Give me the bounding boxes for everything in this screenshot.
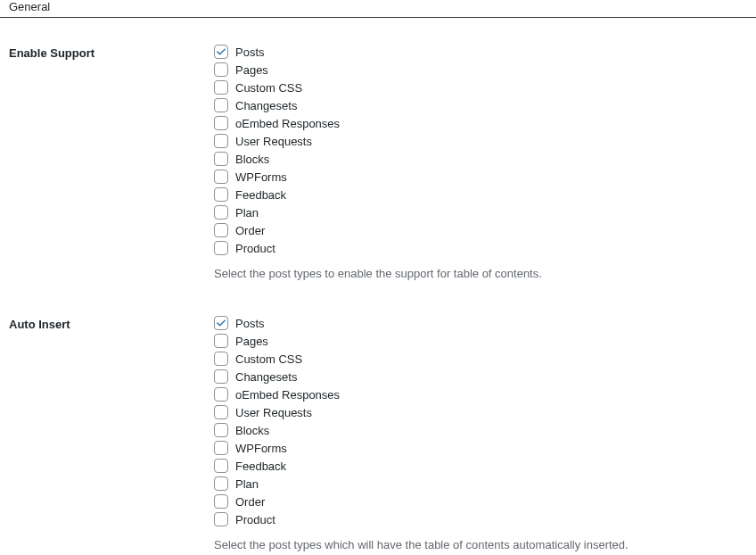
checkbox-row: Order bbox=[214, 221, 747, 239]
section-header: General bbox=[0, 0, 756, 18]
checkbox-row: Custom CSS bbox=[214, 350, 747, 368]
checkbox[interactable] bbox=[214, 152, 228, 166]
checkbox-label[interactable]: Plan bbox=[235, 206, 259, 220]
description: Select the post types to enable the supp… bbox=[214, 266, 747, 282]
checkbox-row: Plan bbox=[214, 203, 747, 221]
checkbox[interactable] bbox=[214, 387, 228, 402]
checkbox-label[interactable]: Changesets bbox=[235, 370, 297, 384]
checkbox-row: Changesets bbox=[214, 368, 747, 385]
checkbox[interactable] bbox=[214, 134, 228, 148]
checkbox[interactable] bbox=[214, 494, 228, 509]
row-field-enable-support: PostsPagesCustom CSSChangesetsoEmbed Res… bbox=[205, 37, 756, 309]
checkbox-row: WPForms bbox=[214, 168, 747, 186]
checkbox-row: Custom CSS bbox=[214, 79, 747, 96]
checkbox[interactable] bbox=[214, 369, 228, 384]
checkbox-row: Posts bbox=[214, 314, 747, 332]
checkbox-label[interactable]: Product bbox=[235, 513, 275, 526]
checkbox-label[interactable]: WPForms bbox=[235, 442, 287, 455]
checkbox-label[interactable]: WPForms bbox=[235, 170, 287, 184]
row-field-auto-insert: PostsPagesCustom CSSChangesetsoEmbed Res… bbox=[205, 309, 756, 555]
checkbox-row: Changesets bbox=[214, 96, 747, 114]
checkbox-row: WPForms bbox=[214, 439, 747, 457]
checkbox-row: oEmbed Responses bbox=[214, 385, 747, 403]
checkbox[interactable] bbox=[214, 45, 228, 59]
checkbox[interactable] bbox=[214, 98, 228, 112]
checkbox-label[interactable]: Custom CSS bbox=[235, 352, 302, 366]
checkbox-label[interactable]: Order bbox=[235, 495, 265, 509]
row-label-enable-support: Enable Support bbox=[0, 37, 205, 309]
description: Select the post types which will have th… bbox=[214, 537, 747, 553]
checkbox-label[interactable]: Plan bbox=[235, 477, 259, 491]
checkbox-label[interactable]: Order bbox=[235, 224, 265, 237]
checkbox[interactable] bbox=[214, 405, 228, 419]
checkbox[interactable] bbox=[214, 441, 228, 455]
checkbox-row: Blocks bbox=[214, 150, 747, 168]
checkbox-label[interactable]: User Requests bbox=[235, 406, 312, 419]
row-label-auto-insert: Auto Insert bbox=[0, 309, 205, 555]
checkbox[interactable] bbox=[214, 205, 228, 220]
checkbox[interactable] bbox=[214, 223, 228, 237]
checkbox-row: Product bbox=[214, 510, 747, 528]
checkbox[interactable] bbox=[214, 116, 228, 130]
checkbox[interactable] bbox=[214, 334, 228, 348]
checkbox[interactable] bbox=[214, 62, 228, 77]
checkbox-label[interactable]: User Requests bbox=[235, 135, 312, 148]
checkbox-label[interactable]: Pages bbox=[235, 335, 268, 348]
checkbox-label[interactable]: Blocks bbox=[235, 153, 269, 166]
checkbox[interactable] bbox=[214, 352, 228, 366]
checkbox-label[interactable]: oEmbed Responses bbox=[235, 388, 340, 402]
checkbox-row: Blocks bbox=[214, 421, 747, 439]
checkbox-label[interactable]: Posts bbox=[235, 317, 265, 330]
settings-row-auto-insert: Auto InsertPostsPagesCustom CSSChangeset… bbox=[0, 309, 756, 555]
checkbox-row: Order bbox=[214, 493, 747, 510]
checkbox-label[interactable]: Custom CSS bbox=[235, 81, 302, 95]
checkbox-row: Pages bbox=[214, 332, 747, 350]
checkbox[interactable] bbox=[214, 170, 228, 184]
checkbox-row: Product bbox=[214, 239, 747, 257]
checkbox-label[interactable]: Feedback bbox=[235, 460, 286, 473]
checkbox-label[interactable]: Posts bbox=[235, 46, 265, 59]
checkbox-row: User Requests bbox=[214, 403, 747, 421]
checkbox-label[interactable]: Product bbox=[235, 242, 275, 255]
checkbox[interactable] bbox=[214, 512, 228, 526]
checkbox-label[interactable]: Pages bbox=[235, 63, 268, 77]
checkbox-label[interactable]: oEmbed Responses bbox=[235, 117, 340, 130]
checkbox[interactable] bbox=[214, 241, 228, 255]
checkbox-row: Posts bbox=[214, 43, 747, 61]
checkbox[interactable] bbox=[214, 476, 228, 491]
checkbox[interactable] bbox=[214, 80, 228, 95]
checkbox-label[interactable]: Feedback bbox=[235, 188, 286, 202]
checkbox-row: Plan bbox=[214, 475, 747, 493]
settings-table: Enable SupportPostsPagesCustom CSSChange… bbox=[0, 37, 756, 555]
checkbox[interactable] bbox=[214, 459, 228, 473]
checkbox-row: Feedback bbox=[214, 186, 747, 203]
checkbox-row: User Requests bbox=[214, 132, 747, 150]
checkbox-row: Pages bbox=[214, 61, 747, 79]
checkbox[interactable] bbox=[214, 316, 228, 330]
checkbox-label[interactable]: Blocks bbox=[235, 424, 269, 437]
checkbox[interactable] bbox=[214, 187, 228, 202]
checkbox[interactable] bbox=[214, 423, 228, 437]
checkbox-row: Feedback bbox=[214, 457, 747, 475]
settings-row-enable-support: Enable SupportPostsPagesCustom CSSChange… bbox=[0, 37, 756, 309]
checkbox-label[interactable]: Changesets bbox=[235, 99, 297, 112]
checkbox-row: oEmbed Responses bbox=[214, 114, 747, 132]
